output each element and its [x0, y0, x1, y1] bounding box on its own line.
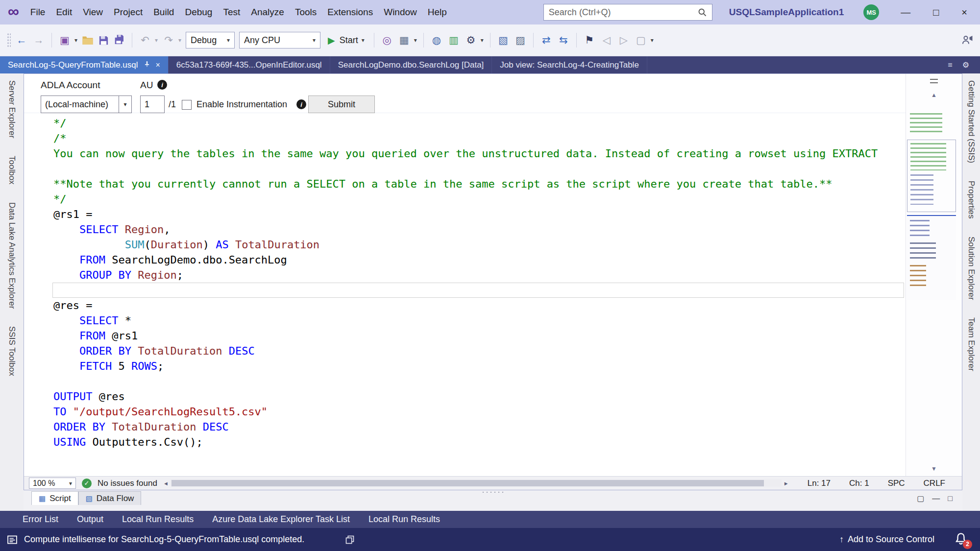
tab-script[interactable]: ▦ Script: [31, 491, 78, 505]
code-line[interactable]: ORDER BY TotalDuration DESC: [24, 343, 906, 359]
new-project-icon[interactable]: ▣: [58, 33, 71, 48]
navigate-forward-icon[interactable]: →: [32, 33, 45, 48]
tab-data-flow[interactable]: ▧ Data Flow: [78, 491, 142, 505]
code-line[interactable]: USING Outputters.Csv();: [24, 434, 906, 450]
code-line[interactable]: SELECT *: [24, 313, 906, 328]
menu-analyze[interactable]: Analyze: [245, 0, 290, 24]
current-code-line[interactable]: [52, 283, 904, 298]
previous-bookmark-icon[interactable]: ◁: [600, 33, 613, 48]
au-info-icon[interactable]: i: [157, 80, 167, 90]
menu-help[interactable]: Help: [422, 0, 452, 24]
instrumentation-info-icon[interactable]: i: [296, 99, 306, 109]
indent-increase-icon[interactable]: ⇆: [557, 33, 570, 48]
chevron-down-icon[interactable]: ▾: [119, 96, 131, 113]
save-icon[interactable]: [98, 35, 109, 46]
tool-tab-getting-started-ssis[interactable]: Getting Started (SSIS): [966, 80, 976, 163]
debug-configuration-select[interactable]: Debug ▾: [186, 32, 235, 48]
panel-splitter-grip[interactable]: [481, 491, 505, 493]
code-line[interactable]: /*: [24, 131, 906, 146]
minimize-button[interactable]: —: [901, 7, 910, 18]
code-line[interactable]: TO "/output/SearchLogResult5.csv": [24, 404, 906, 419]
search-input[interactable]: Search (Ctrl+Q): [543, 4, 712, 21]
tool-tab-team-explorer[interactable]: Team Explorer: [966, 317, 976, 371]
settings-dropdown-icon[interactable]: ▾: [481, 37, 484, 44]
splitter-grip-icon[interactable]: [930, 79, 938, 83]
tool-tab-toolbox[interactable]: Toolbox: [7, 156, 17, 185]
horizontal-scrollbar[interactable]: [171, 479, 782, 487]
settings-gear-icon[interactable]: ⚙: [465, 33, 477, 48]
zoom-select[interactable]: 100 % ▾: [29, 478, 76, 489]
compare-files-icon[interactable]: ▨: [514, 33, 527, 48]
code-line[interactable]: You can now query the tables in the same…: [24, 146, 906, 161]
code-line[interactable]: */: [24, 116, 906, 131]
add-to-source-control-button[interactable]: ↑ Add to Source Control: [839, 534, 934, 545]
tool-tab-properties[interactable]: Properties: [966, 181, 976, 218]
bookmark-icon[interactable]: ⚑: [583, 33, 596, 48]
code-line[interactable]: GROUP BY Region;: [24, 267, 906, 283]
code-line[interactable]: */: [24, 192, 906, 207]
menu-tools[interactable]: Tools: [290, 0, 322, 24]
panel-tab-output-1[interactable]: Output: [77, 514, 103, 525]
next-bookmark-icon[interactable]: ▷: [617, 33, 630, 48]
menu-project[interactable]: Project: [108, 0, 148, 24]
menu-extensions[interactable]: Extensions: [322, 0, 378, 24]
editor-tab-searchlog-5-queryfromtable-usql[interactable]: SearchLog-5-QueryFromTable.usql×: [0, 56, 169, 73]
tool-tab-data-lake-analytics-explorer[interactable]: Data Lake Analytics Explorer: [7, 202, 17, 309]
toolbar-overflow-icon[interactable]: ▾: [651, 37, 654, 44]
code-line[interactable]: @rs1 =: [24, 207, 906, 222]
panel-tab-local-run-results-4[interactable]: Local Run Results: [368, 514, 440, 525]
web-publish-icon[interactable]: ◍: [430, 33, 443, 48]
code-line[interactable]: FROM SearchLogDemo.dbo.SearchLog: [24, 252, 906, 267]
open-file-icon[interactable]: [82, 34, 94, 46]
solution-platform-icon[interactable]: ▧: [497, 33, 510, 48]
code-line[interactable]: @res =: [24, 298, 906, 313]
tool-tab-solution-explorer[interactable]: Solution Explorer: [966, 237, 976, 300]
close-button[interactable]: ×: [961, 7, 967, 18]
minimap-scrollbar[interactable]: ▲ ▼: [906, 74, 962, 476]
panel-minimize-icon[interactable]: —: [932, 494, 940, 503]
clear-bookmarks-icon[interactable]: ▢: [635, 33, 647, 48]
code-line[interactable]: [24, 374, 906, 389]
user-avatar[interactable]: MS: [863, 4, 879, 20]
horizontal-scrollbar-thumb[interactable]: [172, 480, 764, 486]
attach-process-icon[interactable]: ◎: [381, 33, 393, 48]
preview-dropdown-icon[interactable]: ▾: [414, 37, 417, 44]
code-line[interactable]: SELECT Region,: [24, 222, 906, 237]
redo-dropdown-icon[interactable]: ▾: [178, 37, 181, 44]
code-line[interactable]: SUM(Duration) AS TotalDuration: [24, 237, 906, 252]
code-editor[interactable]: *//*You can now query the tables in the …: [24, 113, 906, 476]
send-feedback-icon[interactable]: [961, 34, 973, 46]
start-debugging-button[interactable]: ▶ Start ▾: [325, 35, 368, 46]
code-line[interactable]: ORDER BY TotalDuration DESC: [24, 419, 906, 434]
panel-maximize-icon[interactable]: □: [948, 494, 953, 503]
code-line[interactable]: **Note that you currently cannot run a S…: [24, 176, 906, 192]
toolbar-grip[interactable]: [7, 33, 11, 48]
editor-tab-job-view-searchlog-4-creatingtable[interactable]: Job view: SearchLog-4-CreatingTable: [492, 56, 647, 73]
code-line[interactable]: [24, 161, 906, 176]
au-input[interactable]: 1: [140, 96, 165, 113]
menu-build[interactable]: Build: [148, 0, 179, 24]
menu-view[interactable]: View: [77, 0, 108, 24]
open-files-dropdown-icon[interactable]: ≡: [948, 61, 952, 70]
window-customize-icon[interactable]: ⚙: [962, 60, 969, 70]
submit-button[interactable]: Submit: [308, 96, 375, 113]
panel-tab-azure-data-lake-explorer-task-list-3[interactable]: Azure Data Lake Explorer Task List: [212, 514, 350, 525]
code-line[interactable]: FETCH 5 ROWS;: [24, 359, 906, 374]
close-tab-icon[interactable]: ×: [156, 61, 160, 70]
menu-edit[interactable]: Edit: [50, 0, 77, 24]
adla-account-select[interactable]: (Local-machine) ▾: [41, 96, 132, 113]
panel-window-position-icon[interactable]: ▢: [917, 494, 924, 503]
redo-icon[interactable]: ↷: [162, 33, 175, 48]
menu-test[interactable]: Test: [218, 0, 245, 24]
scroll-up-icon[interactable]: ▲: [906, 92, 962, 98]
panel-tab-local-run-results-2[interactable]: Local Run Results: [122, 514, 194, 525]
scroll-left-icon[interactable]: ◄: [163, 480, 169, 486]
undo-dropdown-icon[interactable]: ▾: [155, 37, 158, 44]
menu-debug[interactable]: Debug: [179, 0, 218, 24]
undo-icon[interactable]: ↶: [139, 33, 151, 48]
editor-tab-searchlogdemo-dbo-searchlog-data[interactable]: SearchLogDemo.dbo.SearchLog [Data]: [330, 56, 492, 73]
panel-tab-error-list-0[interactable]: Error List: [23, 514, 58, 525]
indent-decrease-icon[interactable]: ⇄: [540, 33, 553, 48]
tool-tab-server-explorer[interactable]: Server Explorer: [7, 80, 17, 138]
tool-tab-ssis-toolbox[interactable]: SSIS Toolbox: [7, 326, 17, 376]
